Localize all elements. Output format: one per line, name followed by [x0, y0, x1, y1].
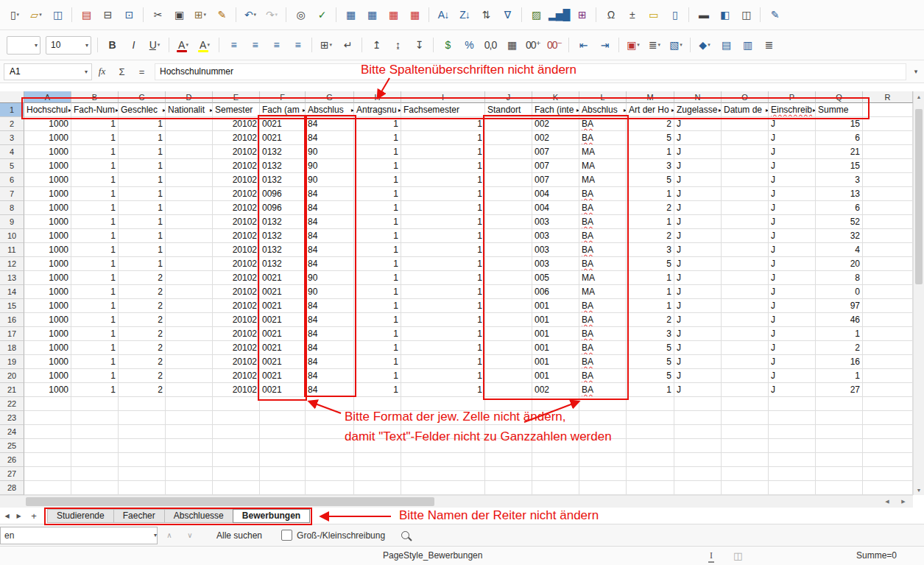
cell-A11[interactable]: 1000: [24, 243, 71, 257]
cell-M28[interactable]: [627, 481, 674, 495]
cell-P26[interactable]: [769, 453, 816, 467]
background-color-button[interactable]: ▧▾: [666, 35, 686, 55]
cell-P16[interactable]: J: [769, 313, 816, 327]
cell-Q19[interactable]: 16: [816, 355, 863, 369]
highlight-color-dropdown-icon[interactable]: ▾: [207, 42, 210, 48]
row-header-17[interactable]: 17: [0, 327, 24, 341]
cell-K26[interactable]: [532, 453, 579, 467]
cell-Q16[interactable]: 46: [816, 313, 863, 327]
cell-M18[interactable]: 5: [627, 341, 674, 355]
cell-L11[interactable]: BA: [579, 243, 627, 257]
cell-D16[interactable]: [166, 313, 213, 327]
align-center-button[interactable]: ≡: [244, 35, 265, 55]
italic-button[interactable]: I: [123, 35, 144, 55]
cell-G16[interactable]: 84: [306, 313, 354, 327]
cell-R4[interactable]: [863, 145, 913, 159]
cell-F8[interactable]: 0096: [260, 201, 306, 215]
cell-C5[interactable]: 1: [119, 159, 166, 173]
save-button[interactable]: ◫: [47, 5, 68, 25]
cell-N18[interactable]: J: [674, 341, 722, 355]
cell-J18[interactable]: [485, 341, 532, 355]
cell-Q22[interactable]: [816, 397, 863, 411]
cell-J19[interactable]: [485, 355, 532, 369]
cell-L8[interactable]: BA: [579, 201, 627, 215]
cell-A5[interactable]: 1000: [24, 159, 71, 173]
cell-B18[interactable]: 1: [71, 341, 119, 355]
cell-K21[interactable]: 002: [532, 383, 579, 397]
cell-G14[interactable]: 90: [306, 285, 354, 299]
cell-E26[interactable]: [213, 453, 260, 467]
cell-P10[interactable]: J: [769, 229, 816, 243]
horizontal-scrollbar-thumb[interactable]: [26, 497, 434, 506]
cell-H20[interactable]: 1: [354, 369, 401, 383]
cell-P8[interactable]: J: [769, 201, 816, 215]
cell-M23[interactable]: [627, 411, 674, 425]
cell-J11[interactable]: [485, 243, 532, 257]
cell-G2[interactable]: 84: [306, 117, 354, 131]
cell-D3[interactable]: [166, 131, 213, 145]
cell-L7[interactable]: BA: [579, 187, 627, 201]
cell-A20[interactable]: 1000: [24, 369, 71, 383]
font-name-dropdown-icon[interactable]: ▾: [32, 42, 38, 49]
cell-F15[interactable]: 0021: [260, 299, 306, 313]
column-header-J[interactable]: J: [485, 91, 532, 103]
cell-Q23[interactable]: [816, 411, 863, 425]
cell-B11[interactable]: 1: [71, 243, 119, 257]
cell-A17[interactable]: 1000: [24, 327, 71, 341]
cell-E17[interactable]: 20102: [213, 327, 260, 341]
cell-D6[interactable]: [166, 173, 213, 187]
cell-H12[interactable]: 1: [354, 257, 401, 271]
tab-scroll-right-icon[interactable]: ▶: [14, 510, 24, 522]
cell-I1[interactable]: Fachsemester: [401, 103, 485, 117]
column-header-L[interactable]: L: [579, 91, 627, 103]
cell-H1[interactable]: Antragsnu▸: [354, 103, 401, 117]
cell-P21[interactable]: J: [769, 383, 816, 397]
cell-O16[interactable]: [722, 313, 769, 327]
cell-L26[interactable]: [579, 453, 627, 467]
cell-R9[interactable]: [863, 215, 913, 229]
cell-I27[interactable]: [401, 467, 485, 481]
cell-Q11[interactable]: 4: [816, 243, 863, 257]
cell-G7[interactable]: 84: [306, 187, 354, 201]
cell-D23[interactable]: [166, 411, 213, 425]
insert-formula-button[interactable]: ±: [621, 5, 642, 25]
cell-D18[interactable]: [166, 341, 213, 355]
cell-A13[interactable]: 1000: [24, 271, 71, 285]
cell-F20[interactable]: 0021: [260, 369, 306, 383]
scroll-left-icon[interactable]: ◀: [881, 496, 894, 507]
cell-A19[interactable]: 1000: [24, 355, 71, 369]
cell-I18[interactable]: 1: [401, 341, 485, 355]
cell-I10[interactable]: 1: [401, 229, 485, 243]
cell-I12[interactable]: 1: [401, 257, 485, 271]
column-header-M[interactable]: M: [627, 91, 674, 103]
cell-O15[interactable]: [722, 299, 769, 313]
cell-O5[interactable]: [722, 159, 769, 173]
cell-J1[interactable]: Standort: [485, 103, 532, 117]
cell-Q12[interactable]: 20: [816, 257, 863, 271]
cell-Q26[interactable]: [816, 453, 863, 467]
formula-button[interactable]: =: [132, 63, 152, 80]
cell-J13[interactable]: [485, 271, 532, 285]
cell-P23[interactable]: [769, 411, 816, 425]
cell-H10[interactable]: 1: [354, 229, 401, 243]
cell-A1[interactable]: Hochschul▸: [24, 103, 71, 117]
cell-C23[interactable]: [119, 411, 166, 425]
cell-B8[interactable]: 1: [71, 201, 119, 215]
insert-text-box-button[interactable]: ▯: [664, 5, 685, 25]
cell-H14[interactable]: 1: [354, 285, 401, 299]
row-header-18[interactable]: 18: [0, 341, 24, 355]
cell-G11[interactable]: 84: [306, 243, 354, 257]
cell-R7[interactable]: [863, 187, 913, 201]
row-header-6[interactable]: 6: [0, 173, 24, 187]
cell-B20[interactable]: 1: [71, 369, 119, 383]
cell-K28[interactable]: [532, 481, 579, 495]
split-window-button[interactable]: ◫: [736, 5, 756, 25]
cell-K12[interactable]: 003: [532, 257, 579, 271]
cell-D15[interactable]: [166, 299, 213, 313]
cell-M2[interactable]: 2: [627, 117, 674, 131]
cell-B15[interactable]: 1: [71, 299, 119, 313]
cell-B27[interactable]: [71, 467, 119, 481]
row-header-19[interactable]: 19: [0, 355, 24, 369]
cell-O19[interactable]: [722, 355, 769, 369]
cell-C1[interactable]: Geschlec▸: [119, 103, 166, 117]
